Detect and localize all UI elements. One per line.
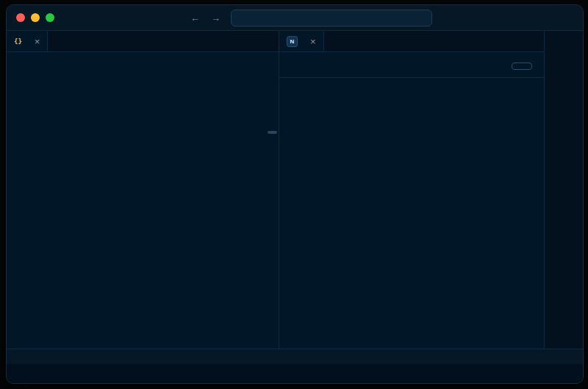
view-in-graph-button[interactable] bbox=[512, 63, 532, 70]
tab-reactapp-details[interactable]: N × bbox=[279, 31, 324, 51]
tab-project-json[interactable]: {} × bbox=[7, 31, 48, 51]
breadcrumb[interactable] bbox=[7, 52, 279, 68]
window-controls bbox=[16, 13, 54, 22]
tab-bar-right: N × bbox=[279, 31, 544, 52]
minimize-window-button[interactable] bbox=[31, 13, 40, 22]
panel-empty-strip bbox=[7, 364, 583, 383]
navigate-back-button[interactable]: ← bbox=[190, 13, 200, 24]
activity-bar bbox=[545, 31, 583, 349]
code-editor[interactable] bbox=[7, 68, 279, 349]
divider bbox=[279, 77, 544, 78]
title-bar: ← → bbox=[7, 5, 583, 31]
close-window-button[interactable] bbox=[16, 13, 25, 22]
close-tab-icon[interactable]: × bbox=[310, 37, 316, 46]
tab-bar-left: {} × bbox=[7, 31, 279, 52]
zoom-window-button[interactable] bbox=[46, 13, 54, 22]
close-tab-icon[interactable]: × bbox=[35, 37, 40, 46]
json-file-icon: {} bbox=[14, 38, 22, 45]
vscode-window: ← → {} × bbox=[6, 4, 584, 384]
editor-group-left: {} × bbox=[7, 31, 279, 349]
nx-icon: N bbox=[287, 36, 298, 47]
status-bar bbox=[7, 349, 583, 364]
navigate-forward-button[interactable]: → bbox=[211, 13, 220, 24]
command-center-search[interactable] bbox=[231, 10, 432, 26]
editor-group-right: N × bbox=[279, 31, 545, 349]
scrollbar-thumb[interactable] bbox=[268, 131, 277, 134]
project-details-panel bbox=[279, 52, 544, 349]
